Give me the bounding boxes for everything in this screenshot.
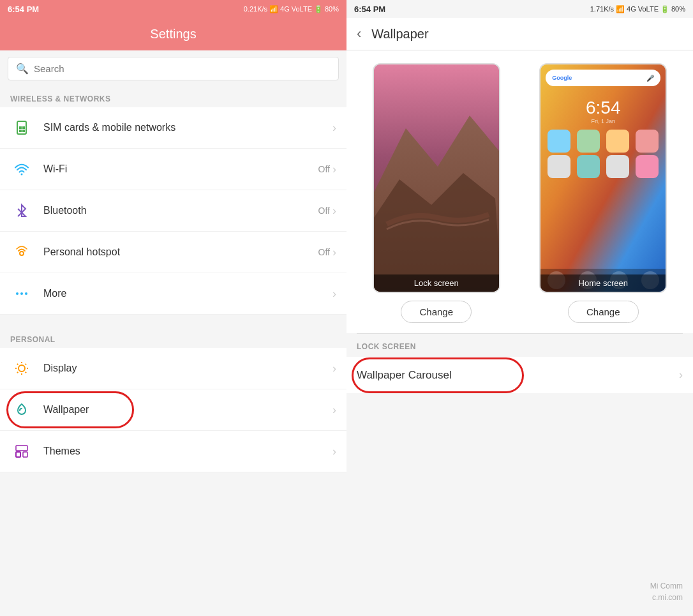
- app-icon-3: [577, 155, 600, 178]
- wallpaper-chevron: ›: [332, 403, 336, 417]
- settings-item-bluetooth[interactable]: Bluetooth Off ›: [0, 190, 346, 232]
- lock-screen-art: [374, 64, 500, 293]
- wifi-content: Wi-Fi Off ›: [43, 163, 336, 176]
- home-screen-bg: Google 🎤 6:54 Fri, 1 Jan: [540, 64, 666, 292]
- bluetooth-icon: [10, 199, 33, 222]
- app-row-1: [540, 124, 666, 153]
- settings-item-wifi[interactable]: Wi-Fi Off ›: [0, 149, 346, 190]
- lock-screen-bg: [374, 64, 499, 292]
- google-text: Google: [552, 75, 572, 81]
- settings-item-sim[interactable]: SIM cards & mobile networks ›: [0, 107, 346, 149]
- bluetooth-chevron: ›: [332, 204, 336, 218]
- left-status-bar: 6:54 PM 0.21K/s 📶 4G VoLTE 🔋 80%: [0, 0, 346, 18]
- battery-percent: 80%: [325, 5, 339, 13]
- sim-content: SIM cards & mobile networks ›: [43, 121, 336, 135]
- home-screen-preview-container: Google 🎤 6:54 Fri, 1 Jan: [524, 63, 683, 333]
- watermark-line2: c.mi.com: [650, 592, 683, 603]
- wallpaper-setting-icon: [10, 398, 33, 421]
- more-icon: [10, 282, 33, 305]
- sim-icon: [10, 116, 33, 139]
- home-search-bar: Google 🎤: [546, 70, 660, 86]
- bluetooth-content: Bluetooth Off ›: [43, 204, 336, 218]
- hotspot-chevron: ›: [332, 246, 336, 259]
- home-clock: 6:54: [540, 98, 666, 118]
- lock-screen-section-label: LOCK SCREEN: [357, 342, 416, 351]
- bluetooth-right: Off ›: [318, 204, 336, 218]
- sim-right: ›: [332, 121, 336, 135]
- wallpaper-label: Wallpaper: [43, 404, 89, 416]
- app-icon-weather: [548, 130, 570, 153]
- display-chevron: ›: [332, 362, 336, 375]
- themes-content: Themes ›: [43, 445, 336, 458]
- svg-point-10: [25, 292, 27, 295]
- svg-line-17: [26, 372, 26, 373]
- left-time: 6:54 PM: [8, 4, 39, 14]
- carousel-chevron: ›: [679, 368, 683, 382]
- svg-rect-4: [22, 130, 25, 132]
- watermark: Mi Comm c.mi.com: [650, 580, 683, 603]
- settings-list: WIRELESS & NETWORKS SIM cards & mobile n…: [0, 87, 346, 616]
- battery-icon: 🔋: [314, 5, 323, 13]
- more-right: ›: [332, 287, 336, 301]
- left-status-icons: 0.21K/s 📶 4G VoLTE 🔋 80%: [244, 5, 339, 13]
- right-time: 6:54 PM: [354, 4, 385, 14]
- home-screen-change-button[interactable]: Change: [568, 301, 639, 323]
- more-chevron: ›: [332, 287, 336, 301]
- app-icon-settings: [606, 130, 629, 153]
- section-gap: [0, 315, 346, 327]
- settings-item-themes[interactable]: Themes ›: [0, 431, 346, 472]
- volte-label: 4G VoLTE: [280, 5, 312, 13]
- carousel-item[interactable]: Wallpaper Carousel ›: [346, 357, 693, 393]
- app-icon-4: [606, 155, 629, 178]
- mic-icon: 🎤: [646, 75, 654, 82]
- lock-screen-preview[interactable]: Lock screen: [373, 63, 500, 293]
- svg-rect-2: [22, 126, 25, 129]
- wallpaper-right: ›: [332, 403, 336, 417]
- app-icon-5: [636, 155, 659, 178]
- wifi-status: Off: [318, 164, 330, 174]
- settings-item-hotspot[interactable]: Personal hotspot Off ›: [0, 232, 346, 273]
- home-time-display: 6:54 Fri, 1 Jan: [540, 95, 666, 124]
- carousel-label: Wallpaper Carousel: [357, 369, 452, 382]
- sim-label: SIM cards & mobile networks: [43, 122, 175, 133]
- right-battery-percent: 80%: [671, 5, 685, 13]
- svg-rect-22: [16, 446, 27, 451]
- svg-point-7: [20, 252, 24, 255]
- display-right: ›: [332, 362, 336, 375]
- hotspot-label: Personal hotspot: [43, 246, 120, 258]
- hotspot-status: Off: [318, 247, 330, 257]
- svg-line-19: [17, 372, 18, 373]
- search-bar[interactable]: 🔍: [8, 57, 339, 80]
- svg-point-9: [20, 292, 23, 295]
- search-input[interactable]: [34, 63, 331, 74]
- right-panel: 6:54 PM 1.71K/s 📶 4G VoLTE 🔋 80% ‹ Wallp…: [346, 0, 693, 616]
- svg-rect-1: [19, 126, 22, 129]
- section-header-wireless: WIRELESS & NETWORKS: [0, 87, 346, 107]
- display-icon: [10, 357, 33, 380]
- home-date: Fri, 1 Jan: [540, 118, 666, 124]
- bluetooth-status: Off: [318, 206, 330, 216]
- right-network-speed: 1.71K/s: [590, 5, 614, 13]
- wallpaper-header: ‹ Wallpaper: [346, 18, 693, 50]
- network-speed: 0.21K/s: [244, 5, 267, 13]
- home-screen-preview[interactable]: Google 🎤 6:54 Fri, 1 Jan: [539, 63, 667, 293]
- hotspot-content: Personal hotspot Off ›: [43, 246, 336, 259]
- svg-rect-20: [16, 452, 20, 457]
- themes-icon: [10, 440, 33, 463]
- svg-point-8: [16, 292, 19, 295]
- themes-right: ›: [332, 445, 336, 458]
- settings-item-display[interactable]: Display ›: [0, 348, 346, 389]
- display-label: Display: [43, 363, 77, 374]
- settings-item-more[interactable]: More ›: [0, 273, 346, 315]
- right-volte-label: 4G VoLTE: [627, 5, 659, 13]
- lock-screen-label: Lock screen: [374, 274, 499, 292]
- back-button[interactable]: ‹: [357, 26, 361, 42]
- right-status-icons: 1.71K/s 📶 4G VoLTE 🔋 80%: [590, 5, 685, 13]
- settings-title: Settings: [150, 27, 196, 41]
- svg-line-18: [26, 364, 26, 364]
- settings-item-wallpaper[interactable]: Wallpaper ›: [0, 389, 346, 431]
- bluetooth-label: Bluetooth: [43, 205, 87, 216]
- hotspot-icon: [10, 241, 33, 264]
- lock-screen-change-button[interactable]: Change: [401, 301, 472, 323]
- svg-point-11: [19, 365, 25, 372]
